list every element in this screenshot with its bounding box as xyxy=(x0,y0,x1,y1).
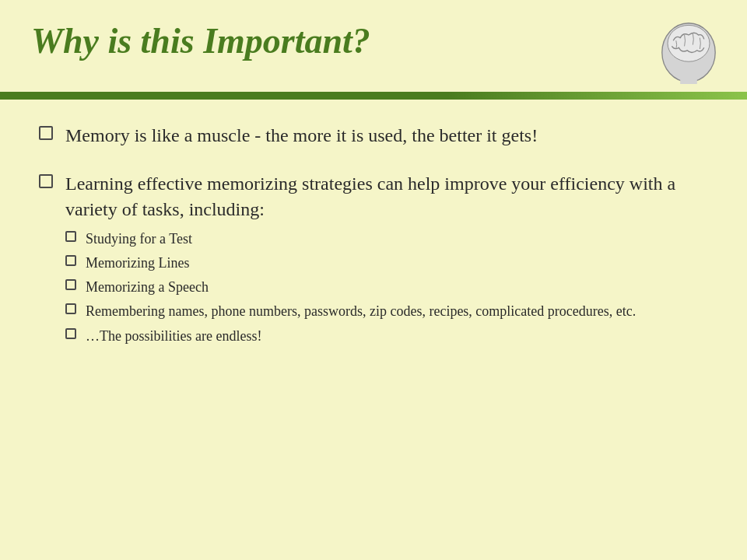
sub-bullet-text-0: Studying for a Test xyxy=(86,229,192,249)
bullet-content-1: Learning effective memorizing strategies… xyxy=(65,171,708,351)
bullet-text-0: Memory is like a muscle - the more it is… xyxy=(65,123,538,149)
slide-title: Why is this Important? xyxy=(31,22,370,61)
divider-bar xyxy=(0,92,747,100)
sub-bullet-text-3: Remembering names, phone numbers, passwo… xyxy=(86,302,636,321)
sub-bullet-item-0: Studying for a Test xyxy=(65,229,708,249)
sub-bullet-text-1: Memorizing Lines xyxy=(86,254,189,273)
sub-bullet-item-2: Memorizing a Speech xyxy=(65,278,708,297)
sub-bullet-checkbox-2 xyxy=(65,279,76,290)
svg-point-2 xyxy=(668,25,710,61)
slide-content: Memory is like a muscle - the more it is… xyxy=(0,100,747,388)
sub-bullet-item-4: …The possibilities are endless! xyxy=(65,327,708,346)
slide: Why is this Important? Memory xyxy=(0,0,747,560)
bullet-item-0: Memory is like a muscle - the more it is… xyxy=(39,123,708,149)
sub-bullet-item-3: Remembering names, phone numbers, passwo… xyxy=(65,302,708,321)
bullet-text-1: Learning effective memorizing strategies… xyxy=(65,173,675,220)
sub-bullet-text-2: Memorizing a Speech xyxy=(86,278,209,297)
brain-icon xyxy=(654,14,724,84)
sub-bullet-checkbox-1 xyxy=(65,255,76,266)
sub-bullet-checkbox-4 xyxy=(65,328,76,339)
bullet-checkbox-1 xyxy=(39,174,53,188)
sub-bullets: Studying for a Test Memorizing Lines Mem… xyxy=(65,229,708,346)
sub-bullet-checkbox-0 xyxy=(65,231,76,242)
svg-rect-1 xyxy=(680,77,697,84)
sub-bullet-text-4: …The possibilities are endless! xyxy=(86,327,261,346)
sub-bullet-checkbox-3 xyxy=(65,303,76,314)
bullet-item-1: Learning effective memorizing strategies… xyxy=(39,171,708,351)
bullet-checkbox-0 xyxy=(39,126,53,140)
slide-header: Why is this Important? xyxy=(0,0,747,92)
sub-bullet-item-1: Memorizing Lines xyxy=(65,254,708,273)
